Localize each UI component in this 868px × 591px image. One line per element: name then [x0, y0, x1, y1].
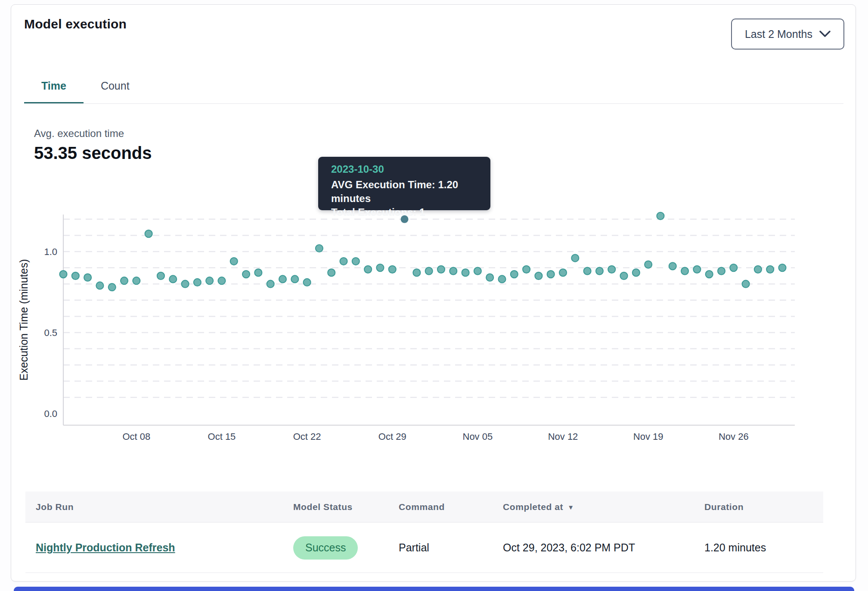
y-tick-label: 0.0: [44, 408, 57, 419]
scatter-plot-svg: 0.00.51.0Execution Time (minutes)Oct 08O…: [11, 199, 856, 448]
job-runs-table: Job Run Model Status Command Completed a…: [25, 491, 823, 573]
scatter-point[interactable]: [364, 266, 372, 273]
scatter-point[interactable]: [681, 268, 688, 275]
x-tick-label: Nov 05: [463, 431, 493, 442]
scatter-point[interactable]: [571, 255, 579, 262]
scatter-point[interactable]: [60, 271, 67, 278]
scatter-point[interactable]: [632, 269, 640, 276]
avg-execution-time-value: 53.35 seconds: [34, 143, 152, 163]
scatter-point[interactable]: [340, 258, 347, 265]
tooltip-date: 2023-10-30: [331, 163, 477, 175]
scatter-point[interactable]: [547, 271, 555, 278]
chevron-down-icon: [819, 31, 831, 37]
tab-time[interactable]: Time: [24, 69, 84, 103]
scatter-point[interactable]: [242, 271, 250, 278]
x-tick-label: Nov 19: [633, 431, 663, 442]
scatter-point[interactable]: [279, 275, 286, 283]
duration-cell: 1.20 minutes: [704, 523, 766, 573]
header-model-status[interactable]: Model Status: [293, 491, 353, 523]
scatter-point[interactable]: [108, 283, 116, 291]
scatter-point[interactable]: [693, 266, 701, 273]
scatter-point[interactable]: [596, 268, 603, 275]
scatter-point[interactable]: [121, 277, 128, 284]
scatter-point[interactable]: [498, 275, 505, 283]
scatter-point[interactable]: [511, 271, 518, 278]
scatter-point[interactable]: [474, 268, 481, 275]
scatter-point[interactable]: [718, 268, 725, 275]
status-badge: Success: [293, 536, 358, 560]
scatter-point[interactable]: [267, 280, 274, 288]
table-header-row: Job Run Model Status Command Completed a…: [25, 491, 823, 523]
scatter-point[interactable]: [72, 272, 79, 280]
y-tick-label: 1.0: [44, 246, 57, 257]
date-range-label: Last 2 Months: [745, 28, 812, 40]
execution-time-scatter-chart: 0.00.51.0Execution Time (minutes)Oct 08O…: [11, 199, 856, 448]
scatter-point[interactable]: [608, 266, 615, 273]
scatter-point[interactable]: [96, 282, 103, 289]
scatter-point[interactable]: [523, 266, 530, 273]
scatter-point[interactable]: [206, 277, 213, 284]
scatter-point-highlighted[interactable]: [401, 215, 409, 223]
scatter-point[interactable]: [291, 275, 298, 283]
scatter-point[interactable]: [486, 274, 493, 281]
scatter-point[interactable]: [133, 277, 140, 284]
scatter-point[interactable]: [254, 269, 262, 276]
scatter-point[interactable]: [754, 266, 762, 273]
scatter-point[interactable]: [657, 212, 664, 220]
scatter-point[interactable]: [730, 264, 737, 271]
header-command[interactable]: Command: [399, 491, 445, 523]
scatter-point[interactable]: [230, 258, 238, 265]
scatter-point[interactable]: [413, 269, 420, 276]
scatter-point[interactable]: [425, 268, 433, 275]
page-title: Model execution: [24, 17, 127, 31]
scatter-point[interactable]: [742, 280, 750, 288]
y-axis-title: Execution Time (minutes): [18, 259, 30, 380]
scatter-point[interactable]: [316, 245, 323, 252]
scatter-point[interactable]: [218, 277, 225, 284]
scatter-point[interactable]: [304, 279, 311, 286]
scatter-point[interactable]: [376, 264, 384, 271]
x-tick-label: Nov 12: [548, 431, 578, 442]
scatter-point[interactable]: [535, 272, 542, 280]
avg-execution-time-label: Avg. execution time: [34, 128, 124, 140]
scatter-point[interactable]: [169, 275, 177, 283]
completed-at-cell: Oct 29, 2023, 6:02 PM PDT: [503, 523, 635, 573]
scatter-point[interactable]: [437, 266, 445, 273]
x-tick-label: Nov 26: [719, 431, 749, 442]
scatter-point[interactable]: [645, 261, 652, 268]
scatter-point[interactable]: [620, 272, 628, 280]
scatter-point[interactable]: [669, 262, 676, 270]
scatter-point[interactable]: [389, 266, 396, 273]
table-row: Nightly Production Refresh Success Parti…: [25, 523, 823, 573]
scatter-point[interactable]: [778, 264, 786, 271]
date-range-dropdown[interactable]: Last 2 Months: [731, 19, 844, 50]
x-tick-label: Oct 22: [293, 431, 321, 442]
scatter-point[interactable]: [194, 279, 201, 286]
scatter-point[interactable]: [352, 258, 360, 265]
scatter-point[interactable]: [766, 266, 774, 273]
sort-desc-icon[interactable]: ▼: [567, 504, 574, 511]
command-cell: Partial: [399, 523, 429, 573]
scatter-point[interactable]: [450, 268, 457, 275]
header-job-run[interactable]: Job Run: [36, 491, 74, 523]
y-tick-label: 0.5: [44, 327, 57, 338]
scatter-point[interactable]: [584, 268, 591, 275]
scatter-point[interactable]: [706, 271, 713, 278]
x-tick-label: Oct 08: [122, 431, 150, 442]
scatter-point[interactable]: [328, 269, 335, 276]
scatter-point[interactable]: [157, 272, 164, 280]
scatter-point[interactable]: [559, 269, 567, 276]
model-execution-card: Model execution Last 2 Months Time Count…: [11, 4, 856, 582]
tab-count[interactable]: Count: [84, 69, 147, 103]
x-tick-label: Oct 29: [378, 431, 406, 442]
chart-tabs: Time Count: [24, 69, 843, 104]
scatter-point[interactable]: [182, 280, 189, 288]
header-duration[interactable]: Duration: [704, 491, 744, 523]
job-run-link[interactable]: Nightly Production Refresh: [36, 541, 175, 554]
header-completed-at[interactable]: Completed at ▼: [503, 491, 574, 523]
scatter-point[interactable]: [84, 274, 91, 281]
next-card-top-edge: [14, 587, 854, 591]
scatter-point[interactable]: [145, 230, 152, 237]
scatter-point[interactable]: [462, 269, 469, 276]
x-tick-label: Oct 15: [208, 431, 236, 442]
